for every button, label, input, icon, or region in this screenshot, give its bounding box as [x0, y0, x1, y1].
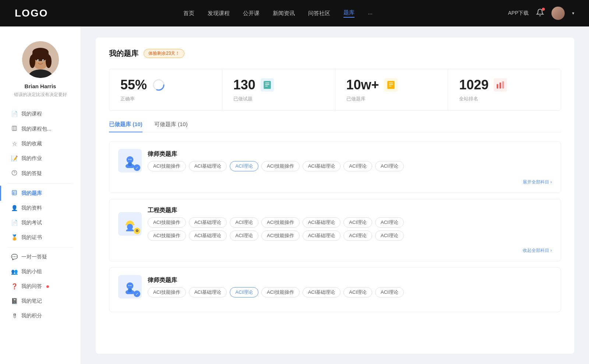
svg-point-37	[128, 159, 130, 160]
trial-badge: 体验剩余23天！	[144, 49, 184, 58]
nav-discover[interactable]: 发现课程	[208, 10, 230, 17]
tag-1-0[interactable]: ACI技能操作	[148, 161, 186, 171]
sidebar-item-exams[interactable]: 📄 我的考试	[0, 215, 81, 230]
tab-available-banks[interactable]: 可做题库 (10)	[154, 121, 188, 132]
groups-icon: 👥	[11, 268, 18, 275]
sidebar-divider-2	[7, 247, 73, 247]
sidebar-item-points[interactable]: 🎖 我的积分	[0, 308, 81, 323]
tag-3-0[interactable]: ACI技能操作	[148, 287, 186, 297]
stats-row: 55% 正确率 130	[109, 69, 561, 111]
nav-more[interactable]: ···	[368, 10, 373, 17]
bank-card-header-3: ✓ 律师类题库 ACI技能操作 ACI基础理论 ACI理论 ACI技能操作 AC…	[118, 275, 552, 299]
tag-2-11[interactable]: ACI基础理论	[303, 231, 341, 241]
homework-icon: 📝	[11, 155, 18, 162]
tag-2-0[interactable]: ACI技能操作	[148, 217, 186, 228]
tag-2-8[interactable]: ACI基础理论	[189, 231, 227, 241]
main-inner: 我的题库 体验剩余23天！ 55%	[96, 38, 574, 354]
sidebar-divider-1	[7, 183, 73, 183]
tag-1-2[interactable]: ACI理论	[230, 161, 258, 171]
qa-notification-dot	[46, 285, 49, 288]
tag-2-12[interactable]: ACI理论	[343, 231, 372, 241]
stat-accuracy-value: 55%	[120, 77, 147, 93]
svg-rect-28	[387, 81, 395, 89]
sidebar-item-courses[interactable]: 📄 我的课程	[0, 107, 81, 121]
tag-2-3[interactable]: ACI技能操作	[261, 217, 300, 228]
rank-icon	[494, 78, 507, 92]
notification-bell[interactable]	[536, 8, 544, 18]
tag-2-1[interactable]: ACI基础理论	[189, 217, 227, 228]
tag-2-13[interactable]: ACI理论	[375, 231, 404, 241]
bank-collapse-2[interactable]: 收起全部科目 ›	[523, 248, 552, 253]
profile-icon: 👤	[11, 205, 18, 211]
tag-2-6[interactable]: ACI理论	[375, 217, 404, 228]
tag-3-2[interactable]: ACI理论	[230, 287, 258, 297]
tag-3-1[interactable]: ACI基础理论	[189, 287, 227, 297]
sidebar-item-notes[interactable]: 📓 我的笔记	[0, 294, 81, 308]
tag-2-4[interactable]: ACI基础理论	[303, 217, 341, 228]
tag-3-3[interactable]: ACI技能操作	[261, 287, 300, 297]
app-download-button[interactable]: APP下载	[508, 10, 529, 17]
sidebar-item-groups[interactable]: 👥 我的小组	[0, 264, 81, 279]
svg-point-11	[38, 60, 38, 61]
sidebar-item-qa[interactable]: 我的答疑	[0, 166, 81, 181]
tag-1-4[interactable]: ACI基础理论	[303, 161, 341, 171]
stat-done-banks: 10w+ 已做题库	[335, 69, 448, 110]
nav-qa[interactable]: 问答社区	[308, 10, 330, 17]
1on1-icon: 💬	[11, 254, 18, 260]
sidebar-item-certificates[interactable]: 🏅 我的证书	[0, 230, 81, 245]
tag-3-6[interactable]: ACI理论	[375, 287, 404, 297]
tag-1-3[interactable]: ACI技能操作	[261, 161, 300, 171]
sidebar-item-course-pkg[interactable]: 我的课程包...	[0, 121, 81, 136]
stat-done-questions: 130 已做试题	[222, 69, 335, 110]
bank-card-header-2: ⚙ 工程类题库 ACI技能操作 ACI基础理论 ACI理论 ACI技能操作 AC…	[118, 207, 552, 241]
tag-1-5[interactable]: ACI理论	[343, 161, 372, 171]
bank-tags-row-1: ACI技能操作 ACI基础理论 ACI理论 ACI技能操作 ACI基础理论 AC…	[148, 161, 552, 171]
nav-bank[interactable]: 题库	[343, 9, 355, 18]
lawyer-icon-1: ✓	[118, 149, 142, 172]
svg-point-7	[46, 55, 52, 68]
bank-tags-row-2b: ACI技能操作 ACI基础理论 ACI理论 ACI技能操作 ACI基础理论 AC…	[148, 231, 552, 241]
nav-home[interactable]: 首页	[183, 10, 194, 17]
course-pkg-icon	[11, 125, 18, 132]
lawyer-badge-1: ✓	[134, 164, 140, 171]
tag-1-6[interactable]: ACI理论	[375, 161, 404, 171]
bank-card-engineer: ⚙ 工程类题库 ACI技能操作 ACI基础理论 ACI理论 ACI技能操作 AC…	[109, 199, 561, 261]
stat-rank-value: 1029	[459, 77, 489, 93]
sidebar-avatar	[22, 41, 59, 78]
question-bank-icon	[11, 190, 18, 197]
tab-done-banks[interactable]: 已做题库 (10)	[109, 121, 142, 132]
tag-3-5[interactable]: ACI理论	[343, 287, 372, 297]
sidebar-item-question-bank[interactable]: 我的题库	[0, 186, 81, 201]
sidebar-item-1on1[interactable]: 💬 一对一答疑	[0, 250, 81, 264]
tags-section-1: 律师类题库 ACI技能操作 ACI基础理论 ACI理论 ACI技能操作 ACI基…	[148, 150, 552, 171]
sidebar-item-my-qa[interactable]: ❓ 我的问答	[0, 279, 81, 294]
tag-2-7[interactable]: ACI技能操作	[148, 231, 186, 241]
sidebar-item-profile[interactable]: 👤 我的资料	[0, 201, 81, 215]
stat-done-b-label: 已做题库	[346, 96, 437, 102]
tag-2-9[interactable]: ACI理论	[230, 231, 258, 241]
sidebar-item-favorites[interactable]: ☆ 我的收藏	[0, 136, 81, 151]
tag-2-2[interactable]: ACI理论	[230, 217, 258, 228]
bank-title-1: 律师类题库	[148, 150, 552, 158]
bell-dot	[542, 8, 545, 11]
user-avatar[interactable]	[551, 7, 565, 20]
my-qa-icon: ❓	[11, 283, 18, 290]
bank-card-lawyer-2: ✓ 律师类题库 ACI技能操作 ACI基础理论 ACI理论 ACI技能操作 AC…	[109, 267, 561, 312]
stat-accuracy-label: 正确率	[120, 96, 211, 102]
svg-point-12	[43, 60, 43, 61]
points-icon: 🎖	[11, 313, 18, 319]
nav-news[interactable]: 新闻资讯	[273, 10, 295, 17]
favorites-icon: ☆	[11, 140, 18, 147]
tag-3-4[interactable]: ACI基础理论	[303, 287, 341, 297]
stat-accuracy: 55% 正确率	[109, 69, 222, 110]
svg-rect-18	[12, 190, 17, 195]
bank-expand-1[interactable]: 展开全部科目 ›	[523, 179, 552, 185]
tag-2-10[interactable]: ACI技能操作	[261, 231, 300, 241]
tag-2-5[interactable]: ACI理论	[343, 217, 372, 228]
sidebar-menu: 📄 我的课程 我的课程包... ☆ 我的收藏 📝 我的作业	[0, 107, 81, 323]
user-dropdown-arrow[interactable]: ▾	[572, 11, 574, 16]
bank-card-lawyer-1: ✓ 律师类题库 ACI技能操作 ACI基础理论 ACI理论 ACI技能操作 AC…	[109, 141, 561, 193]
sidebar-item-homework[interactable]: 📝 我的作业	[0, 151, 81, 166]
nav-open-course[interactable]: 公开课	[243, 10, 260, 17]
tag-1-1[interactable]: ACI基础理论	[189, 161, 227, 171]
